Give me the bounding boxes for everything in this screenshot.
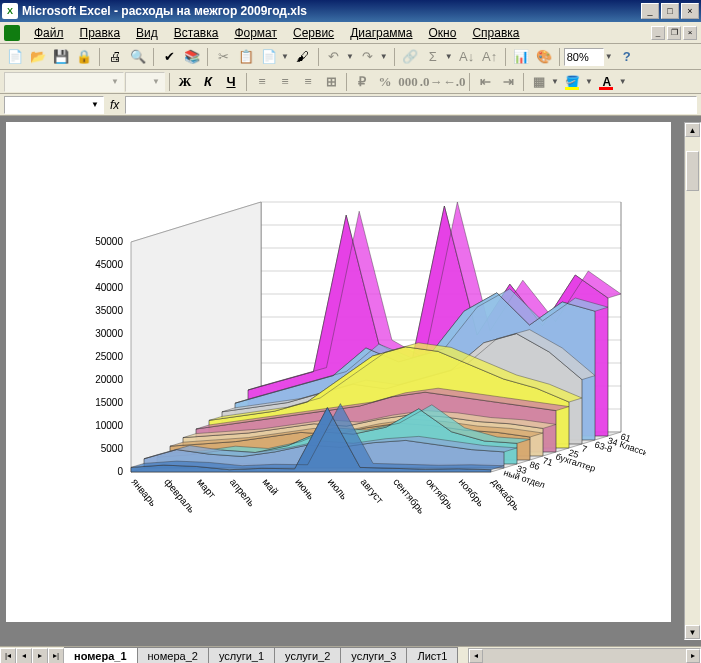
zoom-combo[interactable]: 80% [564, 48, 604, 66]
close-button[interactable]: × [681, 3, 699, 19]
svg-text:май: май [260, 476, 280, 497]
tab-nav-first-icon[interactable]: |◂ [0, 648, 16, 664]
bold-button[interactable]: Ж [174, 72, 196, 92]
minimize-button[interactable]: _ [641, 3, 659, 19]
autosum-icon[interactable]: Σ [422, 46, 444, 68]
svg-text:5000: 5000 [101, 443, 124, 454]
svg-text:45000: 45000 [95, 259, 123, 270]
tab-nav-last-icon[interactable]: ▸| [48, 648, 64, 664]
print-icon[interactable]: 🖨 [104, 46, 126, 68]
tab-nav-prev-icon[interactable]: ◂ [16, 648, 32, 664]
svg-text:86: 86 [528, 459, 541, 472]
fill-color-button[interactable]: 🪣 [562, 72, 584, 92]
menu-edit[interactable]: Правка [72, 24, 129, 42]
currency-icon[interactable]: ₽ [351, 72, 373, 92]
scroll-thumb[interactable] [686, 151, 699, 191]
tab-nav-next-icon[interactable]: ▸ [32, 648, 48, 664]
underline-button[interactable]: Ч [220, 72, 242, 92]
paste-dropdown-icon[interactable]: ▼ [279, 52, 291, 61]
paste-icon[interactable]: 📄 [258, 46, 280, 68]
chart-sheet[interactable]: 0500010000150002000025000300003500040000… [6, 122, 671, 622]
align-center-icon[interactable]: ≡ [274, 72, 296, 92]
save-icon[interactable]: 💾 [50, 46, 72, 68]
preview-icon[interactable]: 🔍 [127, 46, 149, 68]
sort-asc-icon[interactable]: A↓ [456, 46, 478, 68]
svg-text:октябрь: октябрь [424, 476, 456, 511]
window-title: Microsoft Excel - расходы на межгор 2009… [22, 4, 639, 18]
menu-window[interactable]: Окно [421, 24, 465, 42]
maximize-button[interactable]: □ [661, 3, 679, 19]
zoom-dropdown-icon[interactable]: ▼ [603, 52, 615, 61]
3d-area-chart[interactable]: 0500010000150002000025000300003500040000… [36, 142, 646, 602]
open-icon[interactable]: 📂 [27, 46, 49, 68]
svg-text:ноябрь: ноябрь [457, 476, 487, 508]
borders-icon[interactable]: ▦ [528, 72, 550, 92]
cut-icon[interactable]: ✂ [212, 46, 234, 68]
mdi-close-button[interactable]: × [683, 26, 697, 40]
italic-button[interactable]: К [197, 72, 219, 92]
name-box[interactable]: ▼ [4, 96, 104, 114]
menu-file[interactable]: Файл [26, 24, 72, 42]
sort-desc-icon[interactable]: A↑ [479, 46, 501, 68]
redo-icon[interactable]: ↷ [357, 46, 379, 68]
sheet-tab[interactable]: услуги_1 [209, 647, 275, 663]
fx-icon[interactable]: fx [110, 98, 119, 112]
sheet-tab[interactable]: номера_2 [138, 647, 209, 663]
formula-input[interactable] [125, 96, 697, 114]
autosum-dropdown-icon[interactable]: ▼ [443, 52, 455, 61]
svg-text:20000: 20000 [95, 374, 123, 385]
svg-text:30000: 30000 [95, 328, 123, 339]
svg-text:август: август [359, 476, 386, 506]
scroll-left-icon[interactable]: ◂ [469, 649, 483, 663]
svg-text:сентябрь: сентябрь [391, 476, 427, 516]
font-size-combo[interactable]: ▼ [125, 72, 165, 92]
scroll-down-icon[interactable]: ▼ [685, 625, 700, 639]
decrease-indent-icon[interactable]: ⇤ [474, 72, 496, 92]
undo-icon[interactable]: ↶ [323, 46, 345, 68]
align-left-icon[interactable]: ≡ [251, 72, 273, 92]
menu-chart[interactable]: Диаграмма [342, 24, 420, 42]
permission-icon[interactable]: 🔒 [73, 46, 95, 68]
app-icon[interactable] [4, 25, 20, 41]
vertical-scrollbar[interactable]: ▲ ▼ [684, 122, 701, 640]
sheet-tab[interactable]: Лист1 [407, 647, 458, 663]
undo-dropdown-icon[interactable]: ▼ [344, 52, 356, 61]
format-painter-icon[interactable]: 🖌 [292, 46, 314, 68]
menu-tools[interactable]: Сервис [285, 24, 342, 42]
drawing-icon[interactable]: 🎨 [533, 46, 555, 68]
menu-format[interactable]: Формат [226, 24, 285, 42]
sheet-tab[interactable]: услуги_3 [341, 647, 407, 663]
spellcheck-icon[interactable]: ✔ [158, 46, 180, 68]
workarea: 0500010000150002000025000300003500040000… [0, 116, 701, 646]
menu-insert[interactable]: Вставка [166, 24, 227, 42]
merge-icon[interactable]: ⊞ [320, 72, 342, 92]
font-combo[interactable]: ▼ [4, 72, 124, 92]
svg-text:июль: июль [326, 476, 350, 501]
increase-indent-icon[interactable]: ⇥ [497, 72, 519, 92]
comma-icon[interactable]: 000 [397, 72, 419, 92]
research-icon[interactable]: 📚 [181, 46, 203, 68]
new-icon[interactable]: 📄 [4, 46, 26, 68]
redo-dropdown-icon[interactable]: ▼ [378, 52, 390, 61]
svg-text:10000: 10000 [95, 420, 123, 431]
scroll-up-icon[interactable]: ▲ [685, 123, 700, 137]
menu-help[interactable]: Справка [464, 24, 527, 42]
svg-text:0: 0 [117, 466, 123, 477]
sheet-tab[interactable]: услуги_2 [275, 647, 341, 663]
horizontal-scrollbar[interactable]: ◂ ▸ [468, 648, 701, 664]
menu-view[interactable]: Вид [128, 24, 166, 42]
font-color-button[interactable]: A [596, 72, 618, 92]
decrease-decimal-icon[interactable]: ←.0 [443, 72, 465, 92]
help-icon[interactable]: ? [616, 46, 638, 68]
percent-icon[interactable]: % [374, 72, 396, 92]
align-right-icon[interactable]: ≡ [297, 72, 319, 92]
hyperlink-icon[interactable]: 🔗 [399, 46, 421, 68]
svg-text:апрель: апрель [228, 476, 258, 508]
chart-wizard-icon[interactable]: 📊 [510, 46, 532, 68]
scroll-right-icon[interactable]: ▸ [686, 649, 700, 663]
mdi-minimize-button[interactable]: _ [651, 26, 665, 40]
increase-decimal-icon[interactable]: .0→ [420, 72, 442, 92]
mdi-restore-button[interactable]: ❐ [667, 26, 681, 40]
sheet-tab[interactable]: номера_1 [64, 647, 138, 663]
copy-icon[interactable]: 📋 [235, 46, 257, 68]
